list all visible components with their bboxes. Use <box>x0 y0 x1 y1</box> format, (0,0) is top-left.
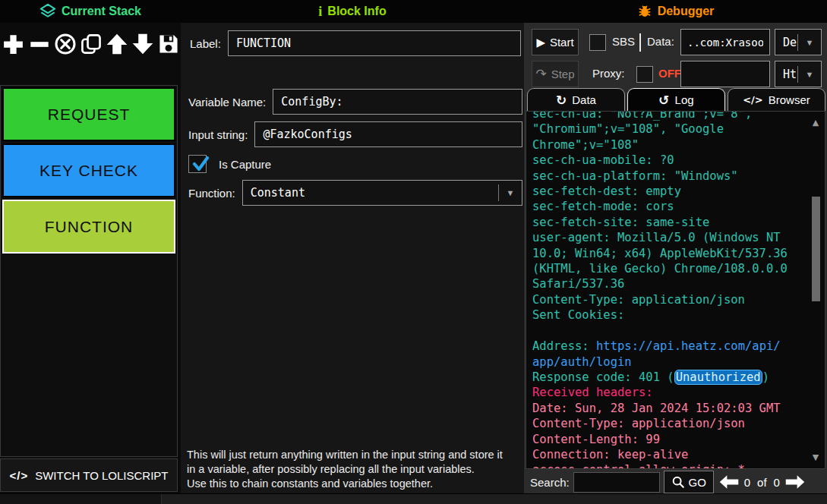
variable-name-label: Variable Name: <box>188 96 266 109</box>
is-capture-checkbox[interactable] <box>188 155 207 173</box>
search-label: Search: <box>530 476 570 489</box>
current-stack-header: Current Stack <box>0 0 181 23</box>
step-icon: ↷ <box>535 66 546 82</box>
log-line: sec-ch-ua: "Not?A_Brand";v="8", <box>532 111 803 121</box>
data-type-value: Def <box>775 36 797 49</box>
match-counter: 0 of 0 <box>744 476 780 489</box>
play-icon: ▶ <box>536 36 545 49</box>
data-type-dropdown[interactable]: Def ▼ <box>775 29 822 55</box>
stack-item-request[interactable]: REQUEST <box>2 87 175 141</box>
variable-name-input[interactable] <box>273 89 522 115</box>
match-total: 0 <box>774 476 780 489</box>
sbs-label: SBS <box>612 35 635 48</box>
refresh-icon: ↻ <box>556 93 567 108</box>
current-stack-title: Current Stack <box>62 5 141 18</box>
arrow-up-icon <box>105 32 129 56</box>
stack-item-key-check[interactable]: KEY CHECK <box>2 143 175 197</box>
step-label: Step <box>551 68 575 80</box>
tab-log-label: Log <box>675 93 694 106</box>
log-search-bar: Search: GO 0 of 0 <box>524 471 827 493</box>
clone-block-button[interactable] <box>78 28 103 60</box>
code-icon: </> <box>743 94 763 106</box>
info-icon: i <box>318 4 322 20</box>
arrow-right-icon <box>784 474 806 490</box>
chevron-down-icon: ▼ <box>798 70 821 79</box>
log-line: sec-fetch-dest: empty <box>532 184 803 199</box>
tab-browser[interactable]: </> Browser <box>728 88 825 111</box>
match-current: 0 <box>744 476 750 489</box>
log-line: sec-ch-ua-platform: "Windows" <box>532 169 803 184</box>
log-line: Content-Type: application/json <box>532 416 803 431</box>
debugger-header: Debugger <box>524 0 827 23</box>
stack-panel: REQUESTKEY CHECKFUNCTION <box>0 85 178 457</box>
move-up-button[interactable] <box>104 28 129 60</box>
log-line: sec-fetch-site: same-site <box>532 215 803 230</box>
log-line <box>532 323 803 339</box>
block-info-title: Block Info <box>327 5 386 18</box>
magnifier-icon <box>671 475 685 489</box>
log-line: access-control-allow-origin: * <box>532 462 803 469</box>
log-line: Connection: keep-alive <box>532 447 803 462</box>
go-label: GO <box>689 476 706 489</box>
function-dropdown[interactable]: Constant ▼ <box>242 180 522 206</box>
block-info-header: i Block Info <box>181 0 524 23</box>
log-line: Date: Sun, 28 Jan 2024 15:02:03 GMT <box>532 401 803 416</box>
log-line: 10.0; Win64; x64) AppleWebKit/537.36 <box>532 246 803 261</box>
label-input[interactable] <box>228 30 521 56</box>
window-bottom-strip <box>0 493 827 504</box>
history-icon: ↺ <box>658 93 669 108</box>
switch-to-loliscript-label: SWITCH TO LOLISCRIPT <box>35 469 168 482</box>
proxy-off-status: OFF <box>658 67 681 80</box>
log-viewer: sec-ch-ua: "Not?A_Brand";v="8","Chromium… <box>526 111 825 469</box>
switch-to-loliscript-button[interactable]: </> SWITCH TO LOLISCRIPT <box>0 458 178 492</box>
debugger-title: Debugger <box>658 5 715 18</box>
tab-data[interactable]: ↻ Data <box>527 88 625 111</box>
debugger-tabs: ↻ Data ↺ Log </> Browser <box>527 88 825 111</box>
chevron-down-icon: ▼ <box>798 38 821 47</box>
function-label: Function: <box>188 187 235 200</box>
is-capture-label: Is Capture <box>219 158 271 171</box>
stack-item-function[interactable]: FUNCTION <box>2 200 175 254</box>
search-input[interactable] <box>573 472 660 493</box>
previous-match-button[interactable] <box>718 473 740 491</box>
add-block-button[interactable] <box>1 28 26 60</box>
delete-all-button[interactable] <box>52 28 77 60</box>
app-root: Current Stack i Block Info Debugger <box>0 0 827 504</box>
tab-log[interactable]: ↺ Log <box>627 88 725 111</box>
log-line: Content-Length: 99 <box>532 432 803 447</box>
tab-data-label: Data <box>572 93 596 106</box>
data-input[interactable] <box>680 29 770 55</box>
step-button[interactable]: ↷ Step <box>532 61 579 87</box>
log-line: Chrome";v="108" <box>532 137 803 153</box>
top-bar: Current Stack i Block Info Debugger <box>0 0 827 23</box>
code-icon: </> <box>10 469 29 482</box>
function-dropdown-value: Constant <box>243 186 498 200</box>
remove-block-button[interactable] <box>27 28 52 60</box>
save-stack-button[interactable] <box>156 28 181 60</box>
stack-sidebar: REQUESTKEY CHECKFUNCTION </> SWITCH TO L… <box>0 23 181 493</box>
arrow-left-icon <box>718 474 740 490</box>
remove-icon <box>28 32 51 57</box>
proxy-input[interactable] <box>680 61 770 87</box>
proxy-checkbox[interactable] <box>636 66 653 83</box>
scroll-down-icon[interactable]: ▼ <box>806 452 825 462</box>
go-button[interactable]: GO <box>664 471 714 493</box>
log-line: sec-fetch-mode: cors <box>532 199 803 214</box>
data-label: Data: <box>647 35 674 48</box>
log-line: app/auth/login <box>532 354 803 370</box>
tab-browser-label: Browser <box>769 93 810 106</box>
save-icon <box>156 32 181 56</box>
log-scrollbar[interactable]: ▲ ▼ <box>806 112 825 468</box>
log-line: Content-Type: application/json <box>532 292 803 307</box>
proxy-type-value: Ht <box>775 68 797 81</box>
scrollbar-thumb[interactable] <box>812 197 820 301</box>
start-label: Start <box>550 36 574 49</box>
proxy-type-dropdown[interactable]: Ht ▼ <box>775 61 822 87</box>
move-down-button[interactable] <box>130 28 155 60</box>
input-string-input[interactable] <box>254 121 522 147</box>
log-line: Response code: 401 (Unauthorized) <box>532 370 803 385</box>
next-match-button[interactable] <box>784 473 806 491</box>
start-button[interactable]: ▶ Start <box>532 29 579 55</box>
sbs-checkbox[interactable] <box>589 34 606 51</box>
scroll-up-icon[interactable]: ▲ <box>806 118 825 128</box>
